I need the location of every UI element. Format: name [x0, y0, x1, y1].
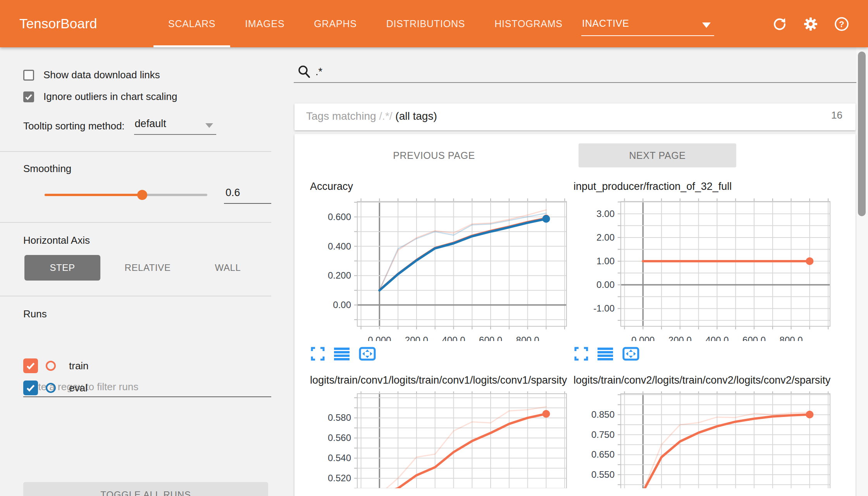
expand-chart-icon[interactable] — [574, 347, 588, 361]
run-row-train: train — [23, 358, 89, 373]
line-chart-accuracy[interactable]: 0.000.2000.4000.6000.000200.0400.0600.08… — [310, 198, 570, 341]
chart-grid: Accuracy 0.000.2000.4000.6000.000200.040… — [310, 177, 833, 488]
settings-sidebar: Show data download links Ignore outliers… — [0, 47, 293, 496]
svg-text:0.750: 0.750 — [591, 429, 615, 440]
ignore-outliers-checkbox[interactable] — [23, 91, 34, 102]
runs-list-icon[interactable] — [334, 347, 350, 361]
svg-text:400.0: 400.0 — [442, 335, 465, 341]
svg-text:0.00: 0.00 — [333, 300, 351, 310]
run-state-dropdown[interactable]: INACTIVE — [581, 0, 714, 47]
chart-title: Accuracy — [310, 180, 570, 193]
tooltip-sort-dropdown[interactable]: default — [134, 117, 216, 135]
smoothing-slider-fill — [45, 194, 142, 196]
tags-matching-suffix: (all tags) — [393, 110, 437, 122]
smoothing-slider[interactable] — [45, 194, 207, 196]
svg-text:-1.00: -1.00 — [593, 303, 615, 313]
previous-page-button[interactable]: PREVIOUS PAGE — [294, 143, 574, 167]
svg-text:0.550: 0.550 — [591, 469, 615, 480]
charts-card: PREVIOUS PAGE NEXT PAGE Accuracy 0.000.2… — [294, 134, 856, 496]
fit-domain-icon[interactable] — [359, 347, 376, 361]
line-chart-fraction[interactable]: -1.000.001.002.003.000.000200.0400.0600.… — [574, 198, 833, 341]
axis-relative-button[interactable]: RELATIVE — [110, 255, 186, 281]
tag-search-field[interactable]: .* — [294, 47, 857, 82]
run-eval-radio[interactable] — [46, 383, 56, 393]
run-train-checkbox[interactable] — [23, 358, 38, 373]
svg-text:200.0: 200.0 — [668, 335, 692, 341]
run-eval-label: eval — [69, 382, 88, 394]
divider — [0, 151, 271, 152]
smoothing-slider-knob[interactable] — [137, 190, 147, 200]
next-page-button[interactable]: NEXT PAGE — [579, 143, 736, 167]
toggle-all-runs-button[interactable]: TOGGLE ALL RUNS — [23, 482, 268, 496]
line-chart-conv2-sparsity[interactable]: 0.5500.6500.7500.850 — [574, 391, 833, 488]
help-icon[interactable]: ? — [834, 17, 849, 31]
svg-text:600.0: 600.0 — [479, 335, 502, 341]
chart-title: logits/train/conv1/logits/train/conv1/lo… — [310, 374, 570, 387]
svg-text:0.650: 0.650 — [591, 449, 615, 460]
tab-histograms[interactable]: HISTOGRAMS — [480, 0, 577, 47]
svg-text:3.00: 3.00 — [596, 208, 615, 219]
tag-search-value: .* — [315, 66, 322, 78]
smoothing-value-field[interactable]: 0.6 — [224, 186, 271, 204]
nav-tabs: SCALARS IMAGES GRAPHS DISTRIBUTIONS HIST… — [153, 0, 577, 47]
run-row-eval: eval — [23, 381, 88, 395]
smoothing-value: 0.6 — [226, 187, 240, 199]
expand-chart-icon[interactable] — [311, 347, 325, 361]
svg-text:0.600: 0.600 — [328, 212, 351, 222]
svg-text:0.400: 0.400 — [328, 241, 351, 251]
svg-text:0.200: 0.200 — [328, 270, 351, 281]
gear-icon[interactable]: /**/ — [803, 17, 818, 31]
tooltip-sort-value: default — [135, 118, 166, 130]
scrollbar-thumb[interactable] — [858, 52, 866, 216]
app-title: TensorBoard — [19, 0, 97, 47]
divider — [0, 296, 271, 296]
svg-text:2.00: 2.00 — [596, 232, 615, 243]
pagination-row: PREVIOUS PAGE NEXT PAGE — [294, 143, 856, 167]
smoothing-label: Smoothing — [23, 163, 71, 175]
svg-text:0.540: 0.540 — [328, 453, 351, 463]
chart-cell-fraction: input_producer/fraction_of_32_full -1.00… — [574, 177, 833, 370]
run-train-label: train — [69, 360, 89, 372]
line-chart-conv1-sparsity[interactable]: 0.5200.5400.5600.580 — [310, 391, 570, 488]
svg-text:0.000: 0.000 — [368, 335, 391, 341]
svg-text:0.000: 0.000 — [631, 335, 654, 341]
chart-actions — [574, 346, 833, 362]
refresh-icon[interactable] — [772, 17, 787, 31]
svg-text:800.0: 800.0 — [780, 335, 803, 341]
svg-text:?: ? — [839, 19, 844, 29]
tab-graphs[interactable]: GRAPHS — [299, 0, 371, 47]
svg-text:0.850: 0.850 — [591, 409, 615, 420]
horizontal-axis-buttons: STEP RELATIVE WALL — [24, 255, 261, 281]
svg-text:0.580: 0.580 — [328, 412, 351, 423]
tags-matching-prefix: Tags matching — [306, 110, 379, 122]
tags-matching-text: Tags matching /.*/ (all tags) — [306, 110, 437, 122]
axis-step-button[interactable]: STEP — [24, 255, 100, 281]
svg-text:0.520: 0.520 — [328, 473, 351, 483]
runs-list-icon[interactable] — [598, 347, 613, 361]
svg-text:0.00: 0.00 — [596, 279, 615, 290]
run-eval-checkbox[interactable] — [23, 381, 38, 395]
svg-text:600.0: 600.0 — [742, 335, 766, 341]
show-download-links-label: Show data download links — [43, 69, 160, 81]
tab-images[interactable]: IMAGES — [230, 0, 299, 47]
tags-count-badge: 16 — [831, 109, 842, 121]
run-state-value: INACTIVE — [582, 18, 629, 29]
tab-distributions[interactable]: DISTRIBUTIONS — [372, 0, 480, 47]
svg-text:800.0: 800.0 — [516, 335, 539, 341]
horizontal-axis-label: Horizontal Axis — [23, 234, 90, 246]
runs-label: Runs — [23, 308, 47, 320]
tags-matching-regex: /.*/ — [379, 110, 392, 122]
fit-domain-icon[interactable] — [622, 347, 639, 361]
app-header: TensorBoard SCALARS IMAGES GRAPHS DISTRI… — [0, 0, 868, 47]
divider — [0, 222, 271, 223]
tab-scalars[interactable]: SCALARS — [153, 0, 230, 47]
run-train-radio[interactable] — [46, 361, 56, 371]
tags-matching-card[interactable]: Tags matching /.*/ (all tags) 16 — [294, 103, 856, 130]
tooltip-sort-label: Tooltip sorting method: — [23, 120, 125, 132]
chart-cell-accuracy: Accuracy 0.000.2000.4000.6000.000200.040… — [310, 177, 570, 370]
axis-wall-button[interactable]: WALL — [195, 255, 261, 281]
dropdown-underline — [581, 35, 714, 36]
chart-title: logits/train/conv2/logits/train/conv2/lo… — [574, 374, 833, 387]
tensorboard-app: TensorBoard SCALARS IMAGES GRAPHS DISTRI… — [0, 0, 868, 496]
show-download-links-checkbox[interactable] — [23, 70, 34, 81]
